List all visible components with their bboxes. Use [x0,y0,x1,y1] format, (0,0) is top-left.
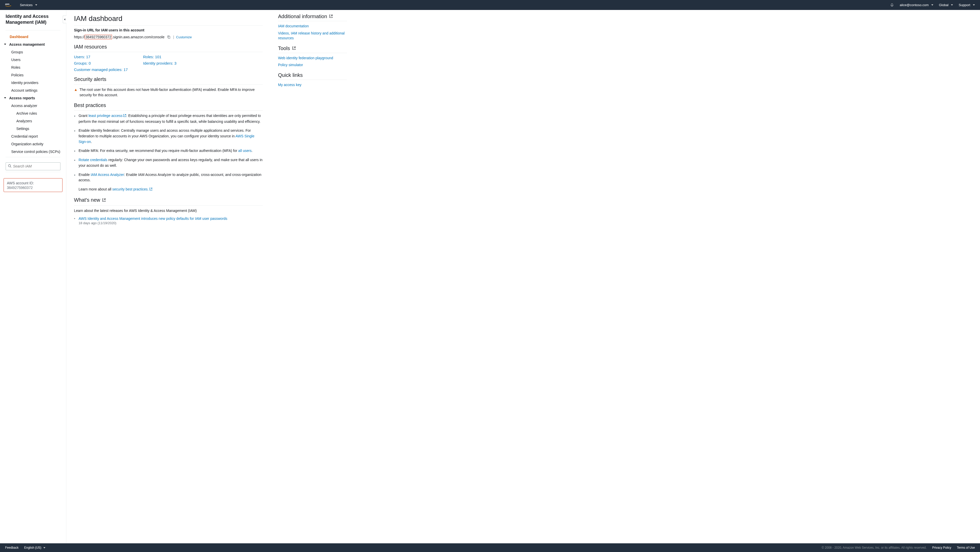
whats-new-subtitle: Learn about the latest releases for AWS … [74,208,263,214]
search-input[interactable] [13,164,58,168]
separator: | [173,35,174,39]
security-alerts-heading: Security alerts [74,77,263,82]
nav-group-label: Access management [9,42,45,46]
whats-new-list: AWS Identity and Access Management intro… [74,217,263,225]
nav-access-analyzer[interactable]: Access analyzer [0,102,66,110]
support-menu[interactable]: Support [959,3,975,7]
news-item: AWS Identity and Access Management intro… [74,217,263,225]
nav-identity-providers[interactable]: Identity providers [0,79,66,86]
customize-link[interactable]: Customize [176,35,192,39]
region-menu[interactable]: Global [939,3,953,7]
quick-links-heading: Quick links [278,72,347,78]
alert-text: The root user for this account does not … [80,87,263,98]
additional-info-heading: Additional information [278,14,347,19]
account-menu[interactable]: alice@contoso.com [900,3,933,7]
privacy-policy-link[interactable]: Privacy Policy [932,546,951,549]
iam-resources: Users: 17 Groups: 0 Customer managed pol… [74,55,263,72]
caret-down-icon [43,547,45,549]
footer: Feedback English (US) © 2008 - 2020, Ama… [0,543,980,552]
triangle-down-icon [4,97,6,99]
resource-policies-link[interactable]: Customer managed policies: 17 [74,67,128,72]
best-practice-item: Grant least privilege access: Establishi… [74,113,263,124]
region-label: Global [939,3,949,7]
aws-logo[interactable]: aws [5,2,14,8]
nav-group-access-reports[interactable]: Access reports [0,94,66,102]
caret-down-icon [931,4,933,6]
feedback-link[interactable]: Feedback [5,546,19,549]
nav-users[interactable]: Users [0,56,66,64]
caret-down-icon [951,4,953,6]
aside-panel: Additional information IAM documentation… [278,13,347,533]
my-access-key-link[interactable]: My access key [278,83,347,88]
all-users-link[interactable]: all users [238,148,251,153]
nav-roles[interactable]: Roles [0,64,66,71]
account-id-callout: AWS account ID: 3849275960372 [3,178,62,192]
account-id-label: AWS account ID: [7,181,59,185]
signin-url-label: Sign-in URL for IAM users in this accoun… [74,28,263,32]
whats-new-heading: What's new [74,197,263,203]
nav-account-settings[interactable]: Account settings [0,86,66,94]
best-practice-item: Enable Identity federation: Centrally ma… [74,128,263,145]
svg-rect-3 [168,36,170,38]
nav-archive-rules[interactable]: Archive rules [0,110,66,117]
nav-policies[interactable]: Policies [0,71,66,79]
services-menu[interactable]: Services [20,3,37,7]
nav-group-access-management[interactable]: Access management [0,41,66,48]
iam-videos-link[interactable]: Videos, IAM release history and addition… [278,31,347,41]
nav-credential-report[interactable]: Credential report [0,132,66,140]
page-title: IAM dashboard [74,14,263,23]
sidebar: Identity and Access Management (IAM) Das… [0,10,66,543]
terms-of-use-link[interactable]: Terms of Use [957,546,975,549]
external-link-icon [123,113,126,119]
external-link-icon[interactable] [102,197,106,203]
best-practice-item: Enable MFA: For extra security, we recom… [74,148,263,154]
best-practices-list: Grant least privilege access: Establishi… [74,113,263,193]
svg-text:aws: aws [5,3,10,5]
resource-idp-link[interactable]: Identity providers: 3 [143,61,177,65]
iam-documentation-link[interactable]: IAM documentation [278,24,347,29]
nav-analyzers[interactable]: Analyzers [0,117,66,125]
search-iam[interactable] [6,163,60,170]
nav-organization-activity[interactable]: Organization activity [0,140,66,148]
best-practice-item: Enable IAM Access Analyzer: Enable IAM A… [74,172,263,193]
triangle-down-icon [4,44,6,45]
services-label: Services [20,3,33,7]
iam-resources-heading: IAM resources [74,44,263,50]
external-link-icon [149,187,153,193]
notifications-icon[interactable] [890,3,894,7]
svg-point-1 [8,165,11,167]
top-navigation: aws Services alice@contoso.com Global Su… [0,0,980,10]
resource-groups-link[interactable]: Groups: 0 [74,61,128,65]
copyright-text: © 2008 - 2020, Amazon Web Services, Inc.… [822,546,926,549]
best-practices-heading: Best practices [74,102,263,108]
nav-settings[interactable]: Settings [0,125,66,132]
caret-down-icon [973,4,975,6]
nav-dashboard[interactable]: Dashboard [0,33,66,41]
account-id-value: 3849275960372 [7,186,59,190]
security-best-practices-link[interactable]: security best practices. [112,187,152,191]
external-link-icon[interactable] [329,14,333,19]
nav-scp[interactable]: Service control policies (SCPs) [0,148,66,155]
resource-users-link[interactable]: Users: 17 [74,55,128,59]
main-content: IAM dashboard Sign-in URL for IAM users … [66,10,980,543]
sidebar-collapse-toggle[interactable] [63,16,66,23]
least-privilege-link[interactable]: least privilege access [89,113,126,118]
account-label: alice@contoso.com [900,3,929,7]
copy-icon[interactable] [167,35,171,39]
signin-account-id: 3849275960372 [85,35,112,39]
best-practice-item: Rotate credentials regularly: Change you… [74,157,263,168]
resource-roles-link[interactable]: Roles: 101 [143,55,177,59]
federation-playground-link[interactable]: Web identity federation playground [278,56,347,61]
language-selector[interactable]: English (US) [24,546,45,549]
access-analyzer-link[interactable]: IAM Access Analyzer [91,172,124,177]
external-link-icon[interactable] [292,45,296,51]
rotate-credentials-link[interactable]: Rotate credentials [79,158,107,162]
nav-groups[interactable]: Groups [0,48,66,56]
signin-url: https://3849275960372.signin.aws.amazon.… [74,35,164,39]
security-alert: ▲ The root user for this account does no… [74,87,263,98]
warning-icon: ▲ [74,88,78,92]
language-label: English (US) [24,546,41,549]
nav-group-label: Access reports [9,96,35,100]
news-link[interactable]: AWS Identity and Access Management intro… [79,217,227,220]
policy-simulator-link[interactable]: Policy simulator [278,62,347,68]
